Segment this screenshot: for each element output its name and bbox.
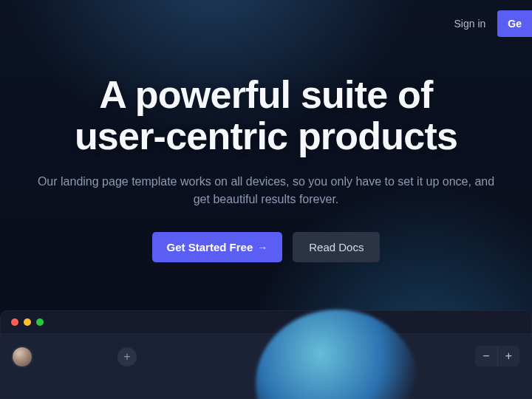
hero-title-line2: user-centric products	[75, 115, 457, 157]
hero-title-line1: A powerful suite of	[99, 73, 432, 116]
zoom-out-button[interactable]: −	[475, 346, 497, 366]
cta-row: Get Started Free → Read Docs	[22, 232, 510, 262]
hero-subtitle: Our landing page template works on all d…	[37, 173, 495, 208]
arrow-right-icon: →	[257, 242, 267, 253]
minimize-icon	[24, 318, 31, 326]
maximize-icon	[36, 318, 44, 326]
get-started-nav-button[interactable]: Ge	[497, 10, 532, 37]
avatar[interactable]	[13, 347, 32, 366]
cta-primary-label: Get Started Free	[167, 241, 253, 253]
read-docs-button[interactable]: Read Docs	[293, 232, 380, 262]
top-nav: Sign in Ge	[454, 10, 533, 37]
app-window-body: + − +	[1, 333, 531, 398]
add-button[interactable]: +	[117, 347, 137, 366]
close-icon	[11, 318, 18, 326]
decorative-glow	[256, 310, 418, 399]
window-traffic-lights	[11, 318, 44, 326]
app-window-preview: + − +	[0, 310, 532, 399]
sign-in-link[interactable]: Sign in	[454, 18, 486, 30]
get-started-free-button[interactable]: Get Started Free →	[152, 232, 283, 262]
zoom-in-button[interactable]: +	[497, 346, 519, 366]
hero-title: A powerful suite of user-centric product…	[22, 74, 510, 157]
hero-section: A powerful suite of user-centric product…	[0, 74, 532, 262]
zoom-control: − +	[475, 346, 519, 366]
